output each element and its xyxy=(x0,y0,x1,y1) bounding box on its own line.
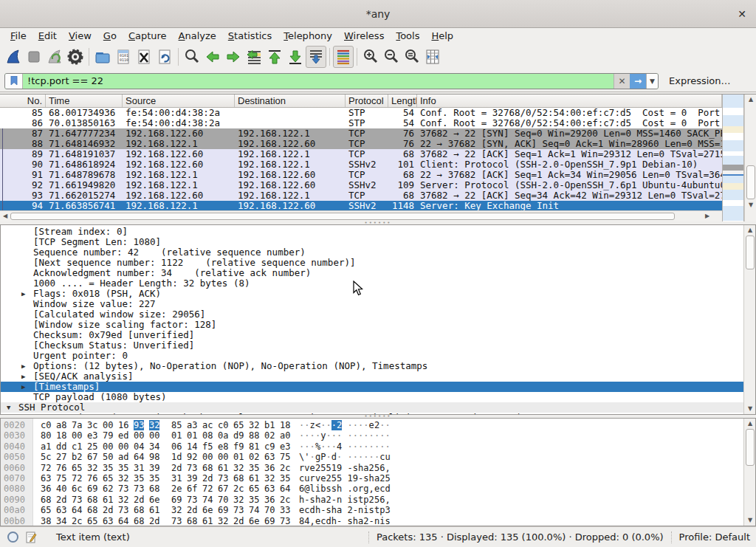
restart-capture-button[interactable] xyxy=(44,46,65,68)
packet-row[interactable]: 8771.647777234192.168.122.60192.168.122.… xyxy=(0,128,722,139)
vscroll-thumb[interactable] xyxy=(746,235,755,269)
expression-button[interactable]: Expression… xyxy=(669,75,731,86)
hex-row[interactable]: 00505c27b26750ad64981d92000001026375\'·g… xyxy=(1,452,743,462)
auto-scroll-button[interactable] xyxy=(306,46,326,68)
detail-line[interactable]: TCP payload (1080 bytes) xyxy=(1,392,743,402)
hscroll-thumb[interactable] xyxy=(10,213,675,220)
stop-capture-button[interactable] xyxy=(24,46,44,68)
filter-apply-button[interactable]: → xyxy=(630,73,646,89)
menu-telephony[interactable]: Telephony xyxy=(278,30,338,42)
zoom-in-button[interactable] xyxy=(360,46,381,68)
packet-row[interactable]: 9271.661949820192.168.122.1192.168.122.6… xyxy=(0,180,722,190)
scroll-down-icon[interactable]: ▼ xyxy=(744,405,756,413)
column-header-time[interactable]: Time xyxy=(46,94,123,107)
collapsed-arrow-icon[interactable]: ▶ xyxy=(21,371,25,382)
packet-row[interactable]: 8871.648146932192.168.122.1192.168.122.6… xyxy=(0,139,722,149)
hex-row[interactable]: 008036406c69627373682e6f72672c6563646@li… xyxy=(1,484,743,494)
detail-line[interactable]: [Window size scaling factor: 128] xyxy=(1,320,743,330)
hex-row[interactable]: 00a0656364682d736861322d6e6973747033ecdh… xyxy=(1,505,743,515)
vscroll-thumb[interactable] xyxy=(746,429,755,466)
menu-go[interactable]: Go xyxy=(97,30,123,42)
detail-line[interactable]: [Stream index: 0] xyxy=(1,227,743,237)
display-filter-field[interactable]: !tcp.port == 22 ✕ → ▼ xyxy=(4,73,659,89)
detail-line[interactable]: Acknowledgment number: 34 (relative ack … xyxy=(1,268,743,278)
expert-info-icon[interactable] xyxy=(7,531,18,543)
menu-capture[interactable]: Capture xyxy=(123,30,173,42)
filter-bookmark-button[interactable] xyxy=(5,73,23,89)
menu-statistics[interactable]: Statistics xyxy=(222,30,278,42)
packet-row[interactable]: 9371.662015274192.168.122.60192.168.122.… xyxy=(0,190,722,201)
detail-line[interactable]: [Next sequence number: 1122 (relative se… xyxy=(1,258,743,268)
detail-line[interactable]: Checksum: 0x79ed [unverified] xyxy=(1,330,743,340)
detail-line[interactable]: ▶Flags: 0x018 (PSH, ACK) xyxy=(1,289,743,299)
filter-clear-button[interactable]: ✕ xyxy=(614,73,630,89)
collapsed-arrow-icon[interactable]: ▶ xyxy=(21,413,25,414)
filter-history-dropdown[interactable]: ▼ xyxy=(646,73,658,89)
column-header-protocol[interactable]: Protocol xyxy=(346,94,388,107)
go-first-button[interactable] xyxy=(264,46,285,68)
menu-file[interactable]: File xyxy=(4,30,32,42)
column-header-length[interactable]: Length xyxy=(388,94,417,107)
detail-line[interactable]: [Checksum Status: Unverified] xyxy=(1,340,743,351)
hex-row[interactable]: 00b038342c656364682d736861322d6e697384,e… xyxy=(1,516,743,526)
menu-wireless[interactable]: Wireless xyxy=(338,30,390,42)
capture-comment-icon[interactable] xyxy=(26,531,37,543)
close-file-button[interactable] xyxy=(134,46,154,68)
column-header-info[interactable]: Info xyxy=(417,94,722,107)
menu-edit[interactable]: Edit xyxy=(32,30,63,42)
scroll-down-icon[interactable]: ▼ xyxy=(744,516,756,525)
intelligent-scrollbar-minimap[interactable] xyxy=(722,94,744,221)
detail-line[interactable]: Sequence number: 42 (relative sequence n… xyxy=(1,247,743,258)
go-to-packet-button[interactable] xyxy=(244,46,264,68)
find-packet-button[interactable] xyxy=(182,46,202,68)
collapsed-arrow-icon[interactable]: ▶ xyxy=(21,382,25,392)
detail-line[interactable]: Urgent pointer: 0 xyxy=(1,351,743,361)
status-profile[interactable]: Profile: Default xyxy=(679,531,756,543)
close-window-icon[interactable]: ✕ xyxy=(735,7,749,21)
detail-line[interactable]: 1000 .... = Header Length: 32 bytes (8) xyxy=(1,278,743,289)
column-header-destination[interactable]: Destination xyxy=(235,94,346,107)
scroll-right-icon[interactable]: ▶ xyxy=(703,212,712,221)
hex-row[interactable]: 006072766532353531392d7368613235362crve2… xyxy=(1,463,743,473)
scroll-up-icon[interactable]: ▲ xyxy=(745,95,756,104)
menu-view[interactable]: View xyxy=(63,30,97,42)
packet-row[interactable]: 8568.001734936fe:54:00:d4:38:2aSTP54Conf… xyxy=(0,108,722,118)
zoom-reset-button[interactable] xyxy=(402,46,422,68)
add-filter-button[interactable]: + xyxy=(749,74,756,88)
colorize-button[interactable] xyxy=(333,46,354,68)
hex-row[interactable]: 0070637572766532353531392d7368613235curv… xyxy=(1,473,743,484)
packet-row[interactable]: 9171.648789678192.168.122.1192.168.122.6… xyxy=(0,170,722,180)
scroll-left-icon[interactable]: ◀ xyxy=(1,212,10,221)
detail-line[interactable]: ▶Options: (12 bytes), No-Operation (NOP)… xyxy=(1,361,743,371)
capture-options-button[interactable] xyxy=(65,46,86,68)
scroll-down-icon[interactable]: ▼ xyxy=(745,201,756,210)
start-capture-button[interactable] xyxy=(3,46,24,68)
scroll-up-icon[interactable]: ▲ xyxy=(744,226,756,235)
expanded-arrow-icon[interactable]: ▼ xyxy=(7,402,10,413)
detail-line[interactable]: [TCP Segment Len: 1080] xyxy=(1,237,743,247)
open-file-button[interactable] xyxy=(92,46,113,68)
detail-line[interactable]: ▼SSH Protocol xyxy=(1,402,743,413)
packet-row[interactable]: 9071.648618924192.168.122.60192.168.122.… xyxy=(0,159,722,170)
vscroll-thumb[interactable] xyxy=(746,165,755,199)
detail-line[interactable]: ▶[Timestamps] xyxy=(1,382,743,392)
packet-row[interactable]: 9471.663856741192.168.122.1192.168.122.6… xyxy=(0,201,722,210)
detail-line[interactable]: ▶[SEQ/ACK analysis] xyxy=(1,371,743,382)
resize-columns-button[interactable] xyxy=(422,46,443,68)
column-header-no[interactable]: No. xyxy=(0,94,46,107)
reload-file-button[interactable] xyxy=(154,46,175,68)
go-forward-button[interactable] xyxy=(223,46,244,68)
packet-row[interactable]: 8670.013850163fe:54:00:d4:38:2aSTP54Conf… xyxy=(0,118,722,128)
hex-row[interactable]: 0030801800e379ed00000101080ad98802a0····… xyxy=(1,430,743,441)
menu-tools[interactable]: Tools xyxy=(390,30,425,42)
zoom-out-button[interactable] xyxy=(381,46,402,68)
packet-list-vscrollbar[interactable]: ▲ ▼ xyxy=(744,94,756,221)
collapsed-arrow-icon[interactable]: ▶ xyxy=(21,361,25,371)
hex-row[interactable]: 0090682d736861322d6e697374703235362ch-sh… xyxy=(1,495,743,505)
titlebar[interactable]: *any ✕ xyxy=(0,0,756,28)
column-header-source[interactable]: Source xyxy=(123,94,235,107)
packet-row[interactable]: 8971.648191037192.168.122.60192.168.122.… xyxy=(0,149,722,159)
detail-line[interactable]: [Calculated window size: 29056] xyxy=(1,309,743,320)
hex-row[interactable]: 0020c0a87a3c0016933285a3acc06532b118··z<… xyxy=(1,420,743,430)
detail-line[interactable]: Window size value: 227 xyxy=(1,299,743,309)
